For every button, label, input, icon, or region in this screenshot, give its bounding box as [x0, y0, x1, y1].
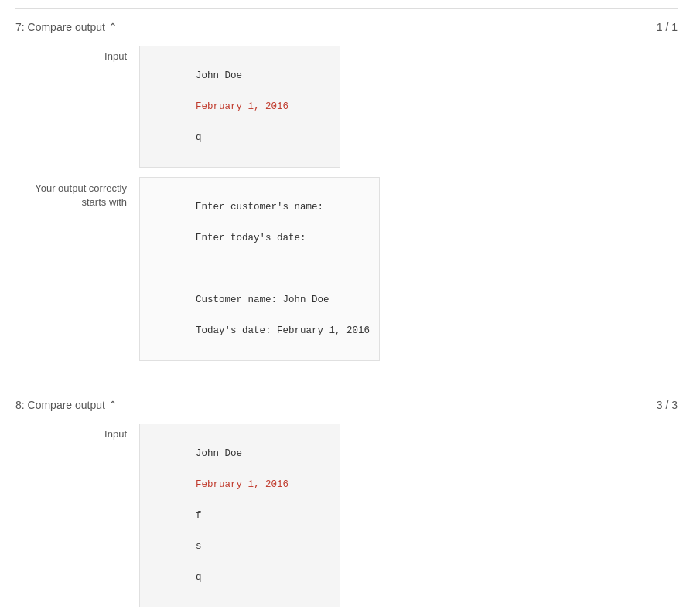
page-container: 7: Compare output ⌃ 1 / 1 Input John Doe…	[0, 0, 693, 616]
output-line: Customer name: John Doe	[196, 294, 329, 305]
section-8-input-label: Input	[15, 424, 139, 440]
section-7-output-row: Your output correctlystarts with Enter c…	[15, 177, 678, 361]
section-7-title[interactable]: 7: Compare output ⌃	[15, 21, 118, 33]
output-line: Enter customer's name:	[196, 202, 323, 213]
section-7: 7: Compare output ⌃ 1 / 1 Input John Doe…	[15, 8, 678, 386]
input-line: John Doe	[196, 448, 242, 459]
section-8-input-box: John Doe February 1, 2016 f s q	[139, 424, 340, 607]
output-line: Enter today's date:	[196, 233, 306, 243]
output-line	[196, 264, 202, 274]
section-7-input-line-2: February 1, 2016	[196, 101, 288, 112]
input-line: s	[196, 541, 202, 552]
section-7-input-line-1: John Doe	[196, 70, 242, 81]
section-8-input-row: Input John Doe February 1, 2016 f s q	[15, 424, 678, 607]
section-7-input-label: Input	[15, 46, 139, 62]
section-7-header: 7: Compare output ⌃ 1 / 1	[15, 21, 678, 33]
input-line: f	[196, 510, 202, 521]
output-line: Today's date: February 1, 2016	[196, 325, 370, 336]
section-8-header: 8: Compare output ⌃ 3 / 3	[15, 399, 678, 411]
section-8-score: 3 / 3	[657, 399, 678, 411]
input-line: February 1, 2016	[196, 479, 288, 490]
input-line: q	[196, 572, 202, 583]
section-7-input-row: Input John Doe February 1, 2016 q	[15, 46, 678, 168]
section-8-title[interactable]: 8: Compare output ⌃	[15, 399, 118, 411]
section-8: 8: Compare output ⌃ 3 / 3 Input John Doe…	[15, 386, 678, 616]
section-7-score: 1 / 1	[657, 21, 678, 33]
section-7-output-label: Your output correctlystarts with	[15, 177, 139, 209]
section-7-input-line-3: q	[196, 132, 202, 143]
section-7-input-box: John Doe February 1, 2016 q	[139, 46, 340, 168]
section-7-output-box: Enter customer's name: Enter today's dat…	[139, 177, 380, 361]
